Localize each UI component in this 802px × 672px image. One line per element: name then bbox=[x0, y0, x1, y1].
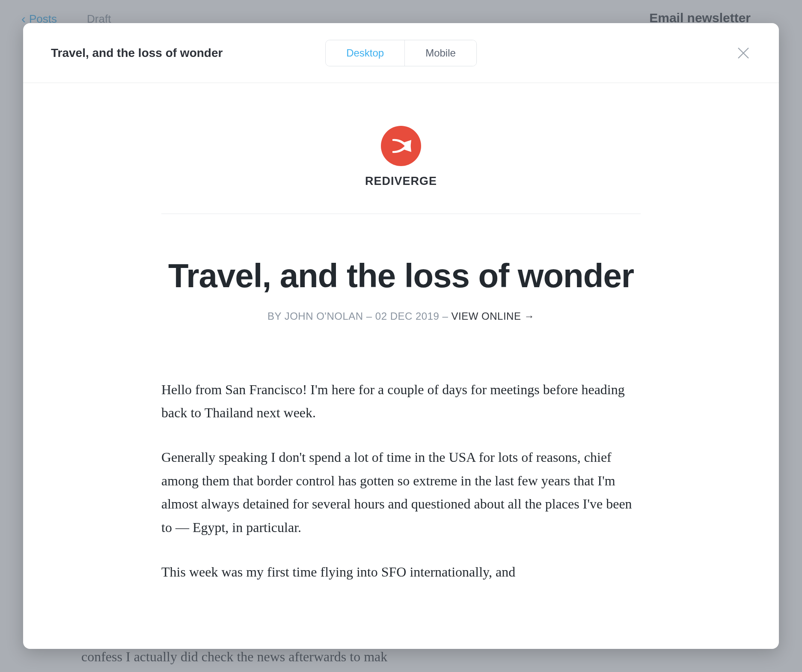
modal-header: Travel, and the loss of wonder Desktop M… bbox=[23, 23, 779, 83]
modal-title: Travel, and the loss of wonder bbox=[51, 46, 223, 60]
preview-divider bbox=[161, 214, 641, 214]
view-toggle: Desktop Mobile bbox=[325, 40, 477, 66]
rediverge-icon bbox=[381, 126, 421, 166]
preview-modal: Travel, and the loss of wonder Desktop M… bbox=[23, 23, 779, 649]
preview-inner: REDIVERGE Travel, and the loss of wonder… bbox=[161, 126, 641, 583]
body-paragraph: Generally speaking I don't spend a lot o… bbox=[161, 446, 641, 539]
post-title: Travel, and the loss of wonder bbox=[161, 257, 641, 295]
view-online-link[interactable]: VIEW ONLINE → bbox=[451, 310, 535, 322]
body-paragraph: Hello from San Francisco! I'm here for a… bbox=[161, 378, 641, 425]
meta-author-date: BY JOHN O'NOLAN – 02 DEC 2019 – bbox=[267, 310, 451, 322]
desktop-toggle-button[interactable]: Desktop bbox=[326, 40, 405, 66]
brand-name: REDIVERGE bbox=[365, 175, 437, 188]
post-meta: BY JOHN O'NOLAN – 02 DEC 2019 – VIEW ONL… bbox=[161, 310, 641, 322]
post-body: Hello from San Francisco! I'm here for a… bbox=[161, 378, 641, 584]
close-icon[interactable] bbox=[736, 45, 751, 61]
preview-content: REDIVERGE Travel, and the loss of wonder… bbox=[23, 83, 779, 649]
body-paragraph: This week was my first time flying into … bbox=[161, 560, 641, 583]
brand-logo: REDIVERGE bbox=[161, 126, 641, 188]
mobile-toggle-button[interactable]: Mobile bbox=[405, 40, 476, 66]
